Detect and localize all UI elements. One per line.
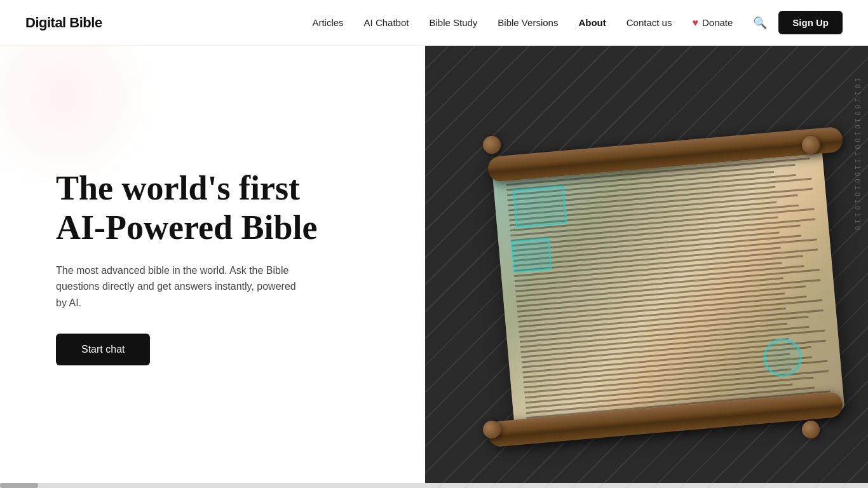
nav-link-articles[interactable]: Articles <box>312 17 343 28</box>
nav-links: Articles AI Chatbot Bible Study Bible Ve… <box>312 17 733 29</box>
signup-button[interactable]: Sign Up <box>778 11 843 34</box>
nav-link-about[interactable]: About <box>578 17 606 28</box>
start-chat-button[interactable]: Start chat <box>56 334 150 365</box>
hero-title-line2: AI-Powered Bible <box>56 208 317 247</box>
search-icon: 🔍 <box>753 17 767 29</box>
nav-link-bible-versions[interactable]: Bible Versions <box>498 17 558 28</box>
nav-right-actions: 🔍 Sign Up <box>753 11 843 34</box>
nav-link-contact[interactable]: Contact us <box>627 17 672 28</box>
nav-link-bible-study[interactable]: Bible Study <box>429 17 477 28</box>
search-button[interactable]: 🔍 <box>753 16 767 30</box>
nav-item-bible-versions[interactable]: Bible Versions <box>498 17 558 28</box>
brand-logo[interactable]: Digital Bible <box>25 15 102 31</box>
hero-right: 10110010100111001010110 <box>425 46 868 488</box>
nav-item-ai-chatbot[interactable]: AI Chatbot <box>364 17 409 28</box>
scroll-body <box>492 144 844 438</box>
scroll-knob-top-left <box>482 135 501 154</box>
navbar: Digital Bible Articles AI Chatbot Bible … <box>0 0 868 46</box>
cyan-ui-box-2 <box>511 238 552 273</box>
hero-subtitle: The most advanced bible in the world. As… <box>56 262 304 311</box>
scroll-illustration <box>452 107 868 463</box>
hero-section: The world's first AI-Powered Bible The m… <box>0 46 868 488</box>
nav-item-about[interactable]: About <box>578 17 606 28</box>
hero-title-line1: The world's first <box>56 169 300 207</box>
hero-title: The world's first AI-Powered Bible <box>56 168 317 247</box>
scroll-knob-bottom-right <box>801 420 820 439</box>
cyan-ui-box-1 <box>513 186 567 228</box>
hero-content: The world's first AI-Powered Bible The m… <box>56 168 317 366</box>
nav-item-articles[interactable]: Articles <box>312 17 343 28</box>
nav-item-bible-study[interactable]: Bible Study <box>429 17 477 28</box>
nav-link-ai-chatbot[interactable]: AI Chatbot <box>364 17 409 28</box>
hero-left: The world's first AI-Powered Bible The m… <box>0 46 425 488</box>
heart-icon: ♥ <box>692 17 698 29</box>
binary-data-text: 10110010100111001010110 <box>853 78 862 233</box>
nav-item-contact[interactable]: Contact us <box>627 17 672 28</box>
nav-link-donate[interactable]: Donate <box>702 17 733 28</box>
nav-item-donate[interactable]: ♥ Donate <box>692 17 733 29</box>
scrollbar-thumb[interactable] <box>0 483 38 488</box>
